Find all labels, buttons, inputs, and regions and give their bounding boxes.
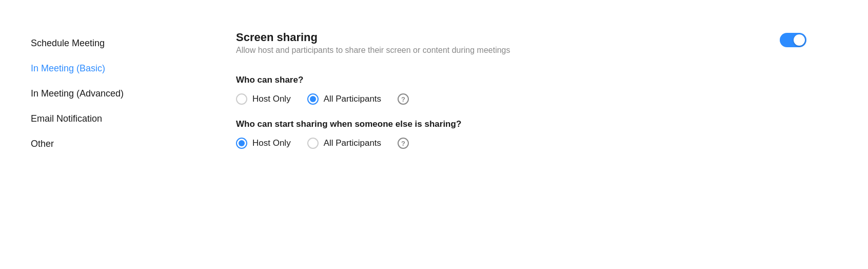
host-only-label-2: Host Only: [252, 138, 291, 148]
section-title-group: Screen sharing Allow host and participan…: [236, 31, 510, 71]
who-can-start-section: Who can start sharing when someone else …: [236, 119, 806, 149]
who-can-start-title: Who can start sharing when someone else …: [236, 119, 806, 129]
section-description: Allow host and participants to share the…: [236, 44, 510, 56]
all-participants-option-1[interactable]: All Participants: [307, 93, 381, 105]
host-only-radio-1[interactable]: [236, 93, 247, 105]
section-title: Screen sharing: [236, 31, 510, 44]
host-only-option-1[interactable]: Host Only: [236, 93, 291, 105]
sidebar-item-email-notification[interactable]: Email Notification: [31, 106, 195, 131]
sidebar-item-in-meeting-basic[interactable]: In Meeting (Basic): [31, 56, 195, 81]
all-participants-label-1: All Participants: [324, 94, 381, 104]
app-container: Schedule Meeting In Meeting (Basic) In M…: [0, 0, 868, 269]
host-only-radio-2[interactable]: [236, 138, 247, 149]
sidebar-item-other[interactable]: Other: [31, 131, 195, 157]
who-can-share-help-icon[interactable]: ?: [398, 93, 409, 105]
main-content: Screen sharing Allow host and participan…: [195, 21, 837, 248]
who-can-share-section: Who can share? Host Only All Participant…: [236, 75, 806, 105]
host-only-option-2[interactable]: Host Only: [236, 138, 291, 149]
screen-sharing-toggle[interactable]: [780, 33, 806, 47]
who-can-start-help-icon[interactable]: ?: [398, 138, 409, 149]
sidebar: Schedule Meeting In Meeting (Basic) In M…: [31, 21, 195, 248]
host-only-label-1: Host Only: [252, 94, 291, 104]
toggle-knob: [794, 34, 805, 46]
who-can-share-radio-group: Host Only All Participants ?: [236, 93, 806, 105]
section-header: Screen sharing Allow host and participan…: [236, 31, 806, 71]
all-participants-option-2[interactable]: All Participants: [307, 138, 381, 149]
all-participants-radio-1[interactable]: [307, 93, 319, 105]
who-can-start-radio-group: Host Only All Participants ?: [236, 138, 806, 149]
sidebar-item-in-meeting-advanced[interactable]: In Meeting (Advanced): [31, 81, 195, 106]
all-participants-label-2: All Participants: [324, 138, 381, 148]
sidebar-item-schedule-meeting[interactable]: Schedule Meeting: [31, 31, 195, 56]
all-participants-radio-2[interactable]: [307, 138, 319, 149]
who-can-share-title: Who can share?: [236, 75, 806, 85]
